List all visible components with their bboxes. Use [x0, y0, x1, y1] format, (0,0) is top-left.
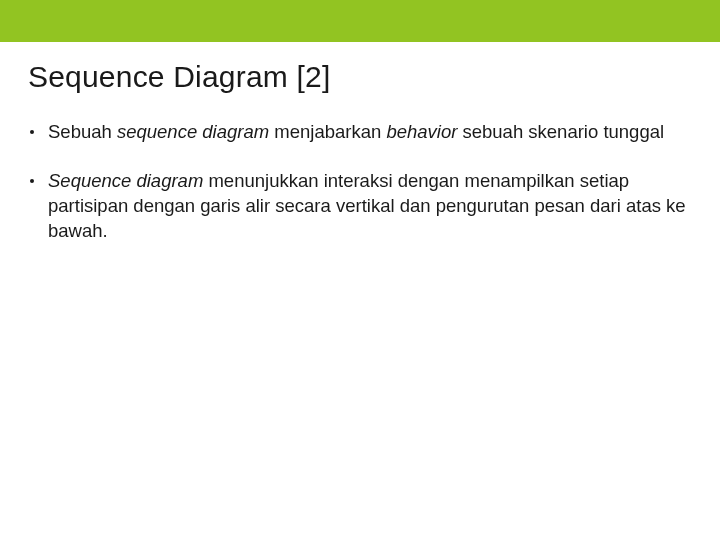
bullet-text: Sequence diagram menunjukkan interaksi d…	[48, 169, 692, 244]
bullet-item: Sebuah sequence diagram menjabarkan beha…	[28, 120, 692, 145]
bullet-icon	[30, 179, 34, 183]
slide-body: Sequence Diagram [2] Sebuah sequence dia…	[0, 42, 720, 286]
bullet-text: Sebuah sequence diagram menjabarkan beha…	[48, 120, 692, 145]
bullet-list: Sebuah sequence diagram menjabarkan beha…	[28, 120, 692, 244]
bullet-icon	[30, 130, 34, 134]
bullet-item: Sequence diagram menunjukkan interaksi d…	[28, 169, 692, 244]
slide-title: Sequence Diagram [2]	[28, 60, 692, 94]
accent-top-bar	[0, 0, 720, 42]
